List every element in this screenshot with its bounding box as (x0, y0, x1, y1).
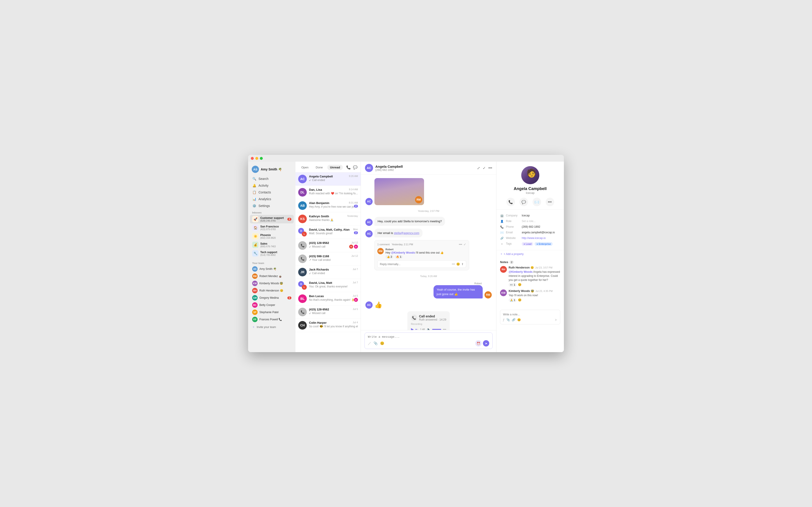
note-input[interactable] (503, 313, 557, 316)
more-audio-icon[interactable]: ••• (443, 328, 446, 330)
expand-icon[interactable]: ⤢ (477, 166, 480, 170)
inbox-phoenix[interactable]: ☀️ Phoenix (602) 154-9820 (250, 232, 294, 240)
attachment-icon[interactable]: 📎 (374, 341, 378, 346)
conv-time: Jul 12 (351, 255, 358, 257)
note-reaction[interactable]: 👀 1 (508, 283, 517, 287)
maximize-btn[interactable] (260, 157, 263, 160)
note-attachment-icon[interactable]: 📎 (506, 318, 510, 322)
team-member-ruth[interactable]: RH Ruth Henderson 😊 (250, 287, 294, 294)
more-icon[interactable]: ••• (459, 242, 462, 246)
contact-chat-btn[interactable]: 💬 (520, 198, 528, 206)
contact-call-btn[interactable]: 📞 (506, 198, 515, 206)
contacts-icon: 📋 (252, 190, 256, 194)
contact-name: Angela Campbell (513, 186, 546, 191)
website-value[interactable]: http://www.icecap.io (522, 236, 560, 240)
check-circle-icon[interactable]: ✓ (464, 242, 466, 246)
volume-bar[interactable] (432, 329, 441, 330)
emoji-icon[interactable]: 😊 (456, 263, 460, 266)
tag-enterprise[interactable]: ● Enterprise (535, 242, 553, 246)
sidebar-item-contacts[interactable]: 📋 Contacts (250, 189, 294, 195)
conv-item-david-lisa-matt[interactable]: D L David, Lisa, Matt Jul 7 You: Ok grea… (295, 279, 361, 292)
sidebar-item-settings[interactable]: ⚙️ Settings (250, 203, 294, 209)
contact-more-btn[interactable]: ••• (546, 198, 554, 206)
conv-time: Jul 5 (353, 294, 358, 297)
inbox-sales[interactable]: 💰 Sales (800) 676-7463 (250, 240, 294, 249)
sidebar-item-label: Activity (259, 184, 268, 187)
note-item-ruth: RH Ruth Henderson 😊 Jul 23, 3:57 PM @Kim… (500, 266, 560, 287)
role-value[interactable]: Set a role... (522, 220, 560, 223)
team-member-gregory[interactable]: GM Gregory Medina 1 (250, 294, 294, 301)
contact-email-btn[interactable]: ✉️ (533, 198, 541, 206)
send-options-btn[interactable]: ⏰ (475, 340, 482, 346)
right-panel: 🧑 Angela Campbell Icecap 📞 💬 ✉️ ••• 🏢 Co… (496, 162, 564, 352)
add-reaction-icon[interactable]: 😊 (518, 298, 522, 302)
inbox-customer-support[interactable]: 🚀 Customer support (628) 246-3765 2 (250, 215, 294, 223)
reaction[interactable]: 👍 2 (385, 255, 393, 259)
inbox-tech-support[interactable]: 🔧 Tech support (514) 705-8002 (250, 249, 294, 258)
team-member-amy[interactable]: AS Amy Smith 🌴 (250, 265, 294, 273)
minimize-btn[interactable] (255, 157, 258, 160)
sidebar-item-activity[interactable]: 🔔 Activity (250, 182, 294, 189)
note-emoji-icon[interactable]: 😊 (517, 318, 521, 322)
chat-icon[interactable]: 💬 (353, 165, 358, 170)
call-duration: 1:48 (420, 328, 425, 330)
team-member-frances[interactable]: FP Frances Powell 📞 (250, 316, 294, 323)
check-icon[interactable]: ✓ (483, 166, 486, 170)
emoji-picker-icon[interactable]: 😊 (380, 341, 384, 346)
call-icon: 📞 (411, 315, 417, 321)
inbox-icon: 💰 (252, 242, 259, 248)
conv-item-dan-lisa[interactable]: DL Dan, Lisa 9:14 AM Ruth reacted with ❤… (295, 186, 361, 199)
conv-item-colin[interactable]: CH Colin Harper Jul 4 So cool! 😎 I'll le… (295, 319, 361, 332)
comment-count: 1 comment Yesterday, 2:11 PM (377, 243, 413, 246)
tag-lead[interactable]: ● Lead (522, 242, 533, 246)
note-reaction[interactable]: 🙏 1 (508, 298, 517, 302)
message-input[interactable] (368, 335, 489, 338)
tab-done[interactable]: Done (313, 165, 325, 170)
email-link[interactable]: stella@agency.com (394, 231, 419, 235)
conv-item-kathryn[interactable]: KS Kathryn Smith Yesterday Awesome thank… (295, 212, 361, 226)
analytics-icon: 📊 (252, 197, 256, 201)
reply-input[interactable] (380, 263, 450, 266)
phone-icon[interactable]: 📞 (346, 165, 351, 170)
tab-unread[interactable]: Unread (327, 165, 343, 170)
sidebar-item-analytics[interactable]: 📊 Analytics (250, 196, 294, 202)
note-send-btn[interactable]: ➤ (554, 318, 557, 322)
conv-item-phone2[interactable]: 📞 (415) 598-1168 Jul 12 ↗ Your call ende… (295, 252, 361, 266)
sidebar-item-search[interactable]: 🔍 Search (250, 176, 294, 182)
conv-item-alan[interactable]: AB Alan Benjamin 8:31 AM Hey Amy, if you… (295, 199, 361, 212)
send-reply-icon[interactable]: ⬆ (461, 263, 464, 266)
conv-item-david-group[interactable]: D L David, Lisa, Matt, Cathy, Alan Mon M… (295, 226, 361, 239)
send-message-btn[interactable]: ➤ (483, 340, 489, 346)
more-reply-icon[interactable]: ••• (452, 263, 455, 266)
conv-item-angela[interactable]: AC Angela Campbell 9:26 AM ↙ Call ended (295, 172, 361, 186)
play-button[interactable]: ▶ (411, 327, 414, 330)
conv-item-jack[interactable]: JR Jack Richards Jul 7 ↙ Call ended (295, 266, 361, 279)
invite-team-button[interactable]: ＋ Invite your team (248, 324, 295, 330)
conv-item-ben[interactable]: BL Ben Lucas Jul 5 No that's everything,… (295, 292, 361, 305)
conv-item-phone3[interactable]: 📞 (415) 128-9562 Jul 5 ↙ Missed call (295, 305, 361, 319)
slash-icon[interactable]: ／ (368, 341, 371, 346)
team-member-robert[interactable]: RM Robert Mendez 🧉 (250, 273, 294, 280)
conv-assignee-avatar: B (354, 244, 358, 249)
add-property-button[interactable]: ＋ + Add a property (496, 250, 564, 258)
team-member-stephanie[interactable]: SP Stephanie Patel (250, 308, 294, 316)
audio-progress[interactable] (416, 329, 418, 330)
close-btn[interactable] (251, 157, 254, 160)
add-reaction-icon[interactable]: 😊 (518, 283, 522, 287)
conv-time: Jul 7 (353, 281, 358, 284)
volume-icon[interactable]: 🔈 (427, 328, 430, 330)
team-member-kimberly[interactable]: KW Kimberly Woods 🥸 (250, 280, 294, 287)
more-icon[interactable]: ••• (488, 166, 492, 170)
conv-preview: Matt: Sounds great! (309, 232, 333, 235)
add-property-label: + Add a property (504, 252, 524, 256)
inbox-san-francisco[interactable]: 🏠 San Francisco (415) 875-5783 (250, 223, 294, 232)
conv-time: Yesterday (347, 215, 358, 217)
conv-item-phone1[interactable]: 📞 (415) 128-9562 Jul 12 ↙ Missed call R … (295, 239, 361, 252)
team-member-betty[interactable]: BC Betty Cooper (250, 301, 294, 308)
reaction[interactable]: 🔥 1 (395, 255, 402, 259)
note-link-icon[interactable]: 🔗 (512, 318, 516, 322)
tab-open[interactable]: Open (299, 165, 311, 170)
link-icon: 🔗 (500, 237, 504, 240)
conv-name: Alan Benjamin (309, 201, 329, 205)
note-format-icon[interactable]: Ƒ (503, 318, 504, 322)
